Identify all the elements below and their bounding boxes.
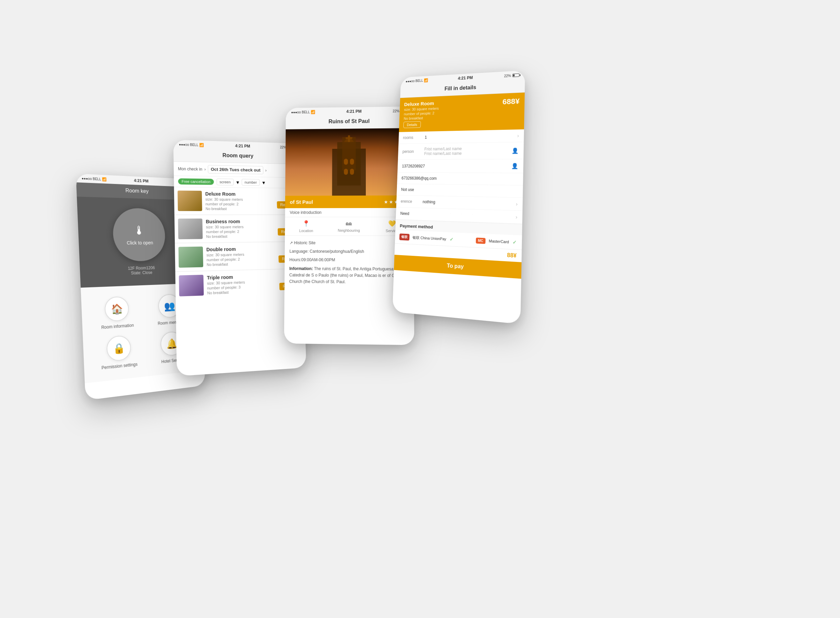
not-use-value[interactable]: Not use (401, 187, 518, 194)
chevron-right-2-icon: › (265, 168, 267, 173)
number-filter-btn[interactable]: number (242, 179, 260, 186)
room-info-4: Triple room size: 30 square meters numbe… (207, 273, 276, 295)
email-value[interactable]: 673266386@qq.com (401, 176, 518, 181)
room-item: Double room size: 30 square meters numbe… (175, 242, 303, 271)
rooms-row: rooms 1 › (399, 129, 524, 144)
wifi-icon-4: 📶 (424, 78, 428, 82)
room-name-2: Business room (206, 218, 275, 224)
screen-filter-btn[interactable]: screen (217, 178, 234, 185)
room-size-2: size: 30 square meters (206, 224, 275, 229)
carrier-3: ●●●oo BELL (291, 110, 310, 114)
summary-price: 688¥ (502, 97, 519, 106)
place-language: Language: Cantonese/putonghua/English (289, 248, 409, 255)
room-thumb-2 (178, 218, 203, 239)
service-icon: 💛 (388, 220, 396, 227)
unionpay-label: 银联 China UnionPay (413, 235, 447, 242)
place-name: of St Paul (290, 199, 313, 205)
room-people-2: number of people: 2 (206, 229, 275, 234)
mastercard-check-icon: ✓ (512, 239, 517, 245)
status-right-4: 22% (504, 73, 519, 77)
chevron-preference-icon: › (516, 201, 518, 207)
details-button[interactable]: Details (404, 121, 421, 128)
place-type: ↗ Historic Site (289, 240, 409, 247)
menu-item-permission[interactable]: 🔒 Permission settings (94, 334, 144, 371)
phone-icon: 👤 (511, 163, 518, 169)
key-icon: 🌡 (133, 224, 145, 238)
phone-fill-details: ●●●oo BELL 📶 4:21 PM 22% Fill in details… (392, 70, 525, 324)
need-value[interactable]: Need (400, 211, 516, 220)
time-2: 4:21 PM (235, 144, 250, 149)
firstname2-placeholder[interactable]: Frist name/Last name (424, 151, 512, 156)
type-label: ↗ (289, 241, 294, 245)
svg-rect-9 (346, 137, 352, 138)
check-in-label: Mon check in (178, 166, 202, 171)
phone-ruins: ●●●oo BELL 📶 4:21 PM 22% Ruins of St Pau… (284, 106, 414, 345)
hero-image: 澳門 1/14 (285, 128, 414, 196)
carrier-2: ●●●oo BELL (179, 142, 199, 146)
place-hours: Hours:09:00AM-06:00PM (289, 257, 409, 264)
chevron-right-icon: › (204, 167, 206, 171)
mastercard-badge[interactable]: MC (476, 238, 485, 244)
star-1: ★ (384, 199, 388, 204)
voice-row: Voice introduction 14:52 (285, 208, 414, 217)
svg-rect-4 (350, 159, 354, 165)
room-size-3: size: 30 square meters (206, 252, 275, 257)
room-name-3: Double room (206, 246, 275, 253)
star-2: ★ (389, 199, 393, 204)
person-inputs: Frist name/Last name Frist name/Last nam… (424, 146, 512, 156)
tab-neighbouring[interactable]: 🏘 Neighbouring (328, 217, 371, 235)
mastercard-label: MasterCard (489, 239, 509, 244)
room-breakfast-1: No breakfast (206, 206, 274, 211)
info-label: Information: (289, 266, 313, 271)
chevron-screen-icon: ▾ (236, 179, 239, 185)
tab-location-label: Location (299, 229, 313, 233)
preference-value[interactable]: nothing (423, 199, 516, 206)
summary-breakfast: No breakfast (404, 116, 439, 120)
place-info: Information: The ruins of St. Paul, the … (289, 265, 409, 286)
rooms-value: 1 (425, 133, 518, 140)
room-item: Business room size: 30 square meters num… (174, 215, 302, 243)
menu-label-room-info: Room information (101, 323, 134, 330)
menu-item-room-info[interactable]: 🏠 Room information (92, 296, 141, 330)
room-summary: Deluxe Room size: 30 square meters numbe… (399, 92, 525, 132)
filter-bar: Free cancellation screen ▾ number ▾ (174, 176, 300, 189)
person-row: person Frist name/Last name Frist name/L… (398, 142, 524, 160)
tab-bar: 📍 Location 🏘 Neighbouring 💛 Service (285, 217, 414, 236)
screen-title-3: Ruins of St Paul (286, 115, 413, 129)
scene: ●●●oo BELL 📶 4:21 PM 22% Room key 🌡 Clic… (47, 38, 793, 580)
form-section: rooms 1 › person Frist name/Last name Fr… (396, 129, 524, 224)
chevron-need-icon: › (515, 214, 517, 220)
free-cancel-badge[interactable]: Free cancellation (178, 178, 214, 185)
key-circle[interactable]: 🌡 Click to open (112, 208, 167, 261)
tab-location[interactable]: 📍 Location (285, 217, 328, 235)
room-summary-info: Deluxe Room size: 30 square meters numbe… (404, 100, 439, 128)
hero-background: 澳門 1/14 (285, 128, 414, 196)
wifi-icon-1: 📶 (102, 177, 107, 181)
house-icon: 🏠 (104, 296, 129, 322)
unionpay-badge[interactable]: 银联 (399, 233, 410, 241)
status-left-4: ●●●oo BELL 📶 (405, 78, 428, 83)
building-svg (325, 135, 373, 196)
battery-icon-4 (512, 74, 519, 77)
time-4: 4:21 PM (458, 75, 473, 81)
neighbouring-icon: 🏘 (346, 220, 352, 227)
room-size-1: size: 30 square meters (205, 197, 274, 202)
room-info-1: Deluxe Room size: 30 square meters numbe… (205, 191, 274, 211)
room-thumb-1 (178, 190, 202, 211)
rooms-label: rooms (403, 135, 425, 140)
room-breakfast-3: No breakfast (206, 261, 276, 267)
place-name-bar: of St Paul ★ ★ ★ ★ ★ (285, 196, 414, 208)
battery-pct-3: 22% (393, 109, 399, 113)
carrier-4: ●●●oo BELL (405, 79, 423, 83)
summary-people: number of people: 2 (404, 111, 439, 116)
room-info-3: Double room size: 30 square meters numbe… (206, 246, 276, 267)
key-label[interactable]: Click to open (127, 240, 153, 246)
phone-value[interactable]: 13726208927 (402, 163, 512, 168)
room-thumb-3 (178, 247, 203, 268)
total-price: 88¥ (507, 252, 517, 259)
person-icon: 👤 (512, 147, 519, 154)
voice-label[interactable]: Voice introduction (289, 210, 321, 215)
wifi-icon-3: 📶 (311, 110, 316, 114)
svg-rect-3 (344, 159, 348, 165)
date-value[interactable]: Oct 26th Tues check out (208, 165, 264, 174)
